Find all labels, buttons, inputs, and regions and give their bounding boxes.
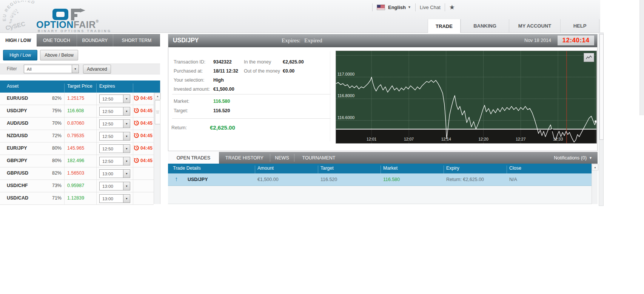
expires-status: Expires:Expired — [282, 37, 322, 44]
tab-my-account[interactable]: MY ACCOUNT — [509, 19, 560, 32]
column-header-amount: Amount — [257, 166, 274, 171]
tab-open-trades[interactable]: OPEN TRADES — [168, 152, 219, 164]
target-price: 1.56503 — [67, 170, 84, 176]
payout-percent: 71% — [43, 195, 62, 201]
column-header-target-price: Target Price — [67, 84, 92, 89]
asset-table-header: Asset Target Price Expires — [0, 80, 160, 93]
dropdown-arrow-icon: ▼ — [123, 195, 130, 203]
registered-mark: ® — [96, 19, 99, 23]
target-price: 116.608 — [67, 108, 84, 113]
target-price: 145.965 — [67, 145, 84, 151]
trade-expiry-return: Return: €2,625.00 — [446, 177, 484, 182]
tab-tournament[interactable]: TOURNAMENT — [294, 152, 344, 164]
tab-banking[interactable]: BANKING — [461, 19, 509, 32]
payout-percent: 73% — [43, 183, 62, 188]
in-the-money-label: In the money — [244, 59, 271, 65]
trades-panel: OPEN TRADES TRADE HISTORY NEWS TOURNAMEN… — [168, 152, 598, 204]
page-scrollbar[interactable] — [599, 32, 604, 206]
chevron-down-icon: ▼ — [408, 5, 411, 9]
dropdown-arrow-icon: ▼ — [123, 95, 130, 103]
transaction-id-label: Transaction ID: — [174, 59, 205, 65]
countdown-clock-icon — [134, 133, 139, 138]
asset-row: USD/JPY75%116.60812:50▼04:45 — [0, 105, 154, 118]
tab-help[interactable]: HELP — [560, 19, 599, 32]
trade-asset: USD/JPY — [188, 177, 208, 182]
favorites-star-icon[interactable]: ★ — [449, 3, 455, 11]
asset-name: USD/CHF — [7, 183, 28, 188]
svg-text:12:07: 12:07 — [404, 137, 414, 141]
scrollbar-thumb[interactable] — [155, 100, 160, 124]
scroll-up-arrow-icon[interactable]: ▲ — [592, 164, 598, 170]
expiry-select-value: 12:50 — [100, 134, 123, 139]
invested-amount-label: Invested amount: — [174, 87, 210, 92]
svg-text:12:01: 12:01 — [367, 137, 376, 141]
tab-boundary[interactable]: BOUNDARY — [77, 34, 113, 46]
trades-table-scrollbar[interactable]: ▲ — [592, 164, 598, 204]
svg-text:12:27: 12:27 — [516, 137, 525, 141]
dropdown-arrow-icon: ▼ — [123, 170, 130, 178]
expiry-select-value: 12:50 — [100, 109, 123, 114]
countdown-timer: 04:45 — [134, 145, 153, 151]
notifications-dropdown[interactable]: Notifications (0) ▼ — [554, 152, 592, 164]
asset-title: USD/JPY — [173, 37, 199, 44]
dropdown-arrow-icon: ▼ — [72, 65, 79, 73]
filter-select[interactable]: All ▼ — [24, 65, 79, 73]
target-label: Target: — [174, 108, 188, 113]
tab-trade-history[interactable]: TRADE HISTORY — [219, 152, 270, 164]
wordmark-fair: FAIR — [74, 19, 96, 30]
trades-table-empty-area — [168, 186, 592, 204]
high-low-mode-button[interactable]: High / Low — [3, 50, 37, 60]
expiry-select-value: 13:00 — [100, 184, 123, 189]
top-header: EU REGULATED № 216/13 ★ ★ ★ ★ ★ ★ CySEC … — [0, 0, 600, 33]
chart-type-button[interactable] — [584, 53, 594, 62]
divider — [133, 93, 133, 105]
asset-name: GBP/JPY — [7, 158, 27, 163]
column-header-trade-details: Trade Details — [173, 166, 201, 171]
return-value: €2,625.00 — [210, 124, 235, 131]
divider — [96, 142, 97, 155]
divider — [64, 130, 65, 142]
trade-panel-header: USD/JPY Expires:Expired Nov 18 2014 12:4… — [168, 34, 597, 47]
expiry-select[interactable]: 12:50▼ — [99, 119, 130, 128]
divider — [133, 167, 133, 179]
price-chart: 12:0112:0712:1412:2012:2712:33117.000011… — [336, 51, 597, 144]
divider — [96, 118, 97, 130]
tab-high-low[interactable]: HIGH / LOW — [0, 34, 37, 46]
asset-row: GBP/USD82%1.5650313:00▼ — [0, 167, 154, 180]
dropdown-arrow-icon: ▼ — [123, 182, 130, 190]
countdown-timer: 04:45 — [134, 133, 153, 138]
advanced-filter-button[interactable]: Advanced — [83, 65, 111, 74]
tab-trade[interactable]: TRADE — [428, 19, 461, 33]
out-of-money-label: Out of the money — [244, 68, 280, 74]
divider — [64, 155, 65, 167]
expiry-select[interactable]: 13:00▼ — [99, 194, 130, 203]
expiry-select[interactable]: 12:50▼ — [99, 144, 130, 153]
chevron-down-icon: ▼ — [589, 156, 592, 160]
tab-one-touch[interactable]: ONE TOUCH — [37, 34, 77, 46]
expiry-select[interactable]: 12:50▼ — [99, 94, 130, 103]
asset-name: EUR/JPY — [7, 145, 27, 151]
line-chart-icon — [585, 55, 592, 60]
live-chat-link[interactable]: Live Chat — [420, 5, 441, 10]
divider — [64, 142, 65, 155]
language-selector[interactable]: English ▼ — [388, 5, 411, 10]
option-type-tabs: HIGH / LOW ONE TOUCH BOUNDARY SHORT TERM — [0, 34, 160, 46]
expiry-select[interactable]: 12:50▼ — [99, 157, 130, 166]
expiry-select[interactable]: 13:00▼ — [99, 169, 130, 178]
expiry-select[interactable]: 12:50▼ — [99, 107, 130, 116]
expiry-select[interactable]: 13:00▼ — [99, 182, 130, 190]
divider — [64, 167, 65, 179]
price-chart-container: 12:0112:0712:1412:2012:2712:33117.000011… — [336, 51, 597, 144]
divider — [330, 51, 330, 141]
scrollbar-thumb[interactable] — [599, 34, 604, 140]
divider — [172, 118, 331, 119]
optionfair-of-logo-icon — [52, 8, 87, 20]
trade-market: 116.580 — [383, 177, 400, 182]
tab-news[interactable]: NEWS — [270, 152, 294, 164]
asset-table-scrollbar[interactable]: ▲ — [154, 93, 160, 204]
tab-short-term[interactable]: SHORT TERM — [113, 34, 160, 46]
logo-tagline: BINARY OPTIONS TRADING — [38, 29, 111, 33]
expiry-select[interactable]: 12:50▼ — [99, 132, 130, 141]
payout-percent: 72% — [43, 133, 62, 138]
above-below-mode-button[interactable]: Above / Below — [40, 50, 78, 60]
